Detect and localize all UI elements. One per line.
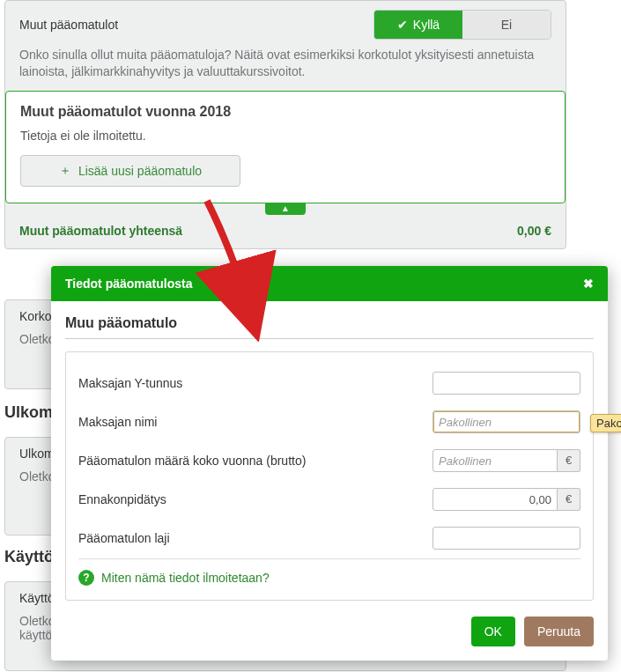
plus-icon: ＋	[59, 163, 71, 179]
capital-income-label: Muut pääomatulot	[19, 18, 118, 32]
yes-label: Kyllä	[413, 18, 440, 32]
check-icon: ✔	[397, 18, 408, 32]
add-capital-income-button[interactable]: ＋ Lisää uusi pääomatulo	[20, 155, 240, 187]
currency-suffix-2: €	[558, 488, 580, 511]
collapse-tab[interactable]: ▲	[265, 203, 306, 215]
ok-button[interactable]: OK	[471, 617, 515, 646]
yes-button[interactable]: ✔Kyllä	[374, 11, 462, 39]
section4-head: Käyttö	[4, 548, 54, 566]
input-type[interactable]	[432, 527, 580, 550]
yes-no-toggle[interactable]: ✔Kyllä Ei	[373, 10, 551, 40]
modal-subtitle: Muu pääomatulo	[65, 315, 594, 339]
label-ytunnus: Maksajan Y-tunnus	[78, 376, 182, 390]
close-icon[interactable]: ✖	[583, 277, 594, 291]
input-withholding[interactable]	[432, 488, 558, 511]
modal-title: Tiedot pääomatulosta	[65, 277, 192, 291]
input-payer-name[interactable]	[432, 410, 580, 433]
label-payer-name: Maksajan nimi	[78, 415, 157, 429]
cancel-button[interactable]: Peruuta	[524, 617, 594, 646]
input-amount[interactable]	[432, 449, 558, 472]
capital-income-desc: Onko sinulla ollut muita pääomatuloja? N…	[5, 47, 566, 91]
currency-suffix: €	[558, 449, 580, 472]
totals-value: 0,00 €	[517, 224, 551, 238]
label-amount: Pääomatulon määrä koko vuonna (brutto)	[78, 454, 306, 468]
no-button[interactable]: Ei	[462, 11, 551, 39]
inner-title: Muut pääomatulot vuonna 2018	[20, 104, 551, 120]
inner-text: Tietoja ei ole ilmoitettu.	[20, 129, 551, 143]
required-tooltip: Pakol	[590, 414, 621, 432]
add-button-label: Lisää uusi pääomatulo	[78, 164, 202, 178]
totals-label: Muut pääomatulot yhteensä	[19, 224, 182, 238]
section3-head: Ulkom	[4, 403, 53, 422]
help-link[interactable]: Miten nämä tiedot ilmoitetaan?	[101, 571, 270, 585]
chevron-up-icon: ▲	[281, 203, 290, 213]
help-icon[interactable]: ?	[78, 570, 94, 586]
input-ytunnus[interactable]	[432, 372, 580, 395]
capital-income-modal: Tiedot pääomatulosta ✖ Muu pääomatulo Ma…	[51, 266, 608, 661]
label-type: Pääomatulon laji	[78, 531, 170, 545]
label-withholding: Ennakonpidätys	[78, 492, 166, 506]
